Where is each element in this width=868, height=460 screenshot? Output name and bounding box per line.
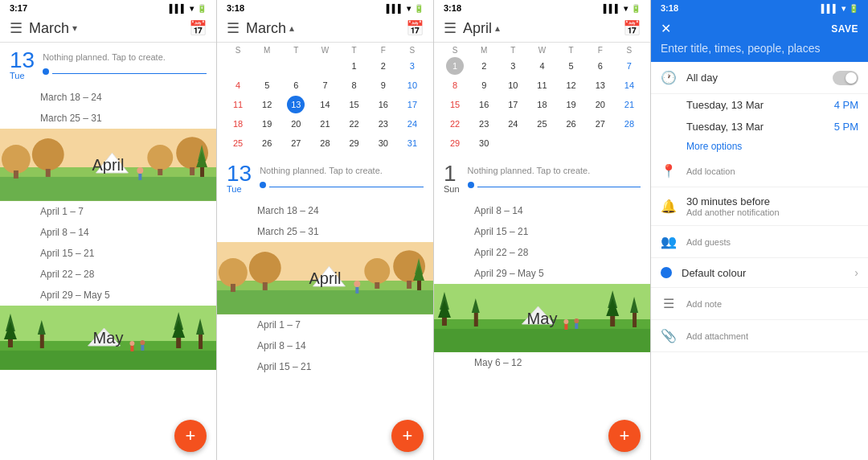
- cal-day[interactable]: 2: [369, 56, 398, 76]
- cal-day[interactable]: 6: [281, 76, 310, 95]
- cal-day[interactable]: 11: [527, 76, 556, 95]
- week-3d[interactable]: April 29 – May 5: [434, 263, 650, 284]
- menu-icon-3[interactable]: ☰: [444, 19, 457, 37]
- month-title-3[interactable]: April ▴: [463, 20, 500, 37]
- cal-day[interactable]: 28: [310, 133, 339, 153]
- cal-day[interactable]: 18: [527, 95, 556, 114]
- cal-day[interactable]: 9: [369, 76, 398, 95]
- more-options[interactable]: More options: [651, 138, 868, 155]
- cal-day[interactable]: 30: [369, 133, 398, 153]
- close-button[interactable]: ✕: [661, 21, 671, 36]
- cal-day[interactable]: 12: [252, 95, 281, 114]
- cal-day[interactable]: 14: [310, 95, 339, 114]
- cal-day[interactable]: 30: [469, 133, 498, 153]
- cal-day[interactable]: 8: [440, 76, 469, 95]
- guests-row[interactable]: 👥 Add guests: [651, 226, 868, 258]
- notification-row[interactable]: 🔔 30 minutes before Add another notifica…: [651, 187, 868, 226]
- cal-day[interactable]: 23: [469, 114, 498, 133]
- cal-day[interactable]: 3: [498, 56, 527, 76]
- calendar-icon-3[interactable]: 📅: [623, 19, 641, 37]
- cal-day[interactable]: 25: [527, 114, 556, 133]
- cal-day[interactable]: 18: [223, 114, 252, 133]
- week-april-1b[interactable]: April 8 – 14: [0, 222, 216, 243]
- cal-day[interactable]: 20: [586, 95, 615, 114]
- fab-1[interactable]: +: [174, 420, 207, 452]
- week-2b[interactable]: March 25 – 31: [217, 221, 433, 242]
- week-3e[interactable]: May 6 – 12: [434, 352, 650, 373]
- cal-day[interactable]: 26: [557, 114, 586, 133]
- calendar-icon-1[interactable]: 📅: [189, 19, 207, 37]
- cal-day[interactable]: 12: [557, 76, 586, 95]
- cal-day[interactable]: 22: [340, 114, 369, 133]
- cal-day[interactable]: 31: [398, 133, 427, 153]
- cal-day[interactable]: 11: [223, 95, 252, 114]
- menu-icon[interactable]: ☰: [10, 19, 23, 37]
- colour-row[interactable]: Default colour ›: [651, 258, 868, 288]
- calendar-icon-2[interactable]: 📅: [406, 19, 424, 37]
- cal-day[interactable]: 27: [281, 133, 310, 153]
- cal-day[interactable]: 20: [281, 114, 310, 133]
- cal-day[interactable]: 19: [557, 95, 586, 114]
- cal-day[interactable]: 27: [586, 114, 615, 133]
- week-april-2b[interactable]: April 8 – 14: [217, 335, 433, 356]
- cal-day[interactable]: 26: [252, 133, 281, 153]
- cal-day[interactable]: 2: [469, 56, 498, 76]
- cal-day[interactable]: 1: [340, 56, 369, 76]
- attachment-row[interactable]: 📎 Add attachment: [651, 320, 868, 352]
- cal-day[interactable]: 24: [498, 114, 527, 133]
- week-2a[interactable]: March 18 – 24: [217, 200, 433, 221]
- location-row[interactable]: 📍 Add location: [651, 155, 868, 187]
- cal-day[interactable]: 14: [615, 76, 644, 95]
- week-range-1b[interactable]: March 25 – 31: [0, 108, 216, 129]
- week-april-1d[interactable]: April 22 – 28: [0, 264, 216, 285]
- week-april-2c[interactable]: April 15 – 21: [217, 356, 433, 377]
- event-time-row-1[interactable]: Tuesday, 13 Mar 4 PM: [651, 94, 868, 116]
- week-april-2a[interactable]: April 1 – 7: [217, 314, 433, 335]
- month-arrow-1[interactable]: ▾: [72, 23, 77, 34]
- event-title-input[interactable]: [661, 42, 858, 55]
- cal-day[interactable]: 13: [281, 95, 310, 114]
- week-april-1a[interactable]: April 1 – 7: [0, 201, 216, 222]
- fab-2[interactable]: +: [391, 420, 424, 452]
- cal-day[interactable]: 1: [440, 56, 469, 76]
- menu-icon-2[interactable]: ☰: [227, 19, 240, 37]
- cal-day[interactable]: 15: [340, 95, 369, 114]
- month-title-1[interactable]: March ▾: [29, 20, 77, 37]
- month-arrow-2[interactable]: ▴: [289, 23, 294, 34]
- cal-day[interactable]: 17: [498, 95, 527, 114]
- cal-day[interactable]: 24: [398, 114, 427, 133]
- event-time-row-2[interactable]: Tuesday, 13 Mar 5 PM: [651, 116, 868, 138]
- cal-day[interactable]: 16: [369, 95, 398, 114]
- cal-day[interactable]: 3: [398, 56, 427, 76]
- save-button[interactable]: SAVE: [831, 23, 858, 35]
- cal-day[interactable]: 13: [586, 76, 615, 95]
- cal-day[interactable]: 22: [440, 114, 469, 133]
- cal-day[interactable]: 28: [615, 114, 644, 133]
- cal-day[interactable]: 17: [398, 95, 427, 114]
- cal-day[interactable]: 23: [369, 114, 398, 133]
- cal-day[interactable]: 19: [252, 114, 281, 133]
- cal-day[interactable]: 29: [340, 133, 369, 153]
- month-arrow-3[interactable]: ▴: [495, 23, 500, 34]
- cal-day[interactable]: 9: [469, 76, 498, 95]
- week-3b[interactable]: April 15 – 21: [434, 221, 650, 242]
- cal-day[interactable]: 6: [586, 56, 615, 76]
- cal-day[interactable]: 10: [398, 76, 427, 95]
- week-april-1e[interactable]: April 29 – May 5: [0, 285, 216, 306]
- all-day-toggle[interactable]: [833, 71, 858, 85]
- cal-day[interactable]: 21: [615, 95, 644, 114]
- cal-day[interactable]: 29: [440, 133, 469, 153]
- note-row[interactable]: ☰ Add note: [651, 288, 868, 320]
- cal-day[interactable]: 7: [310, 76, 339, 95]
- week-april-1c[interactable]: April 15 – 21: [0, 243, 216, 264]
- cal-day[interactable]: 10: [498, 76, 527, 95]
- cal-day[interactable]: 5: [252, 76, 281, 95]
- week-range-1a[interactable]: March 18 – 24: [0, 87, 216, 108]
- cal-day[interactable]: 25: [223, 133, 252, 153]
- add-notification[interactable]: Add another notification: [686, 207, 780, 217]
- week-3a[interactable]: April 8 – 14: [434, 200, 650, 221]
- month-title-2[interactable]: March ▴: [246, 20, 294, 37]
- cal-day[interactable]: 21: [310, 114, 339, 133]
- cal-day[interactable]: 4: [223, 76, 252, 95]
- cal-day[interactable]: 8: [340, 76, 369, 95]
